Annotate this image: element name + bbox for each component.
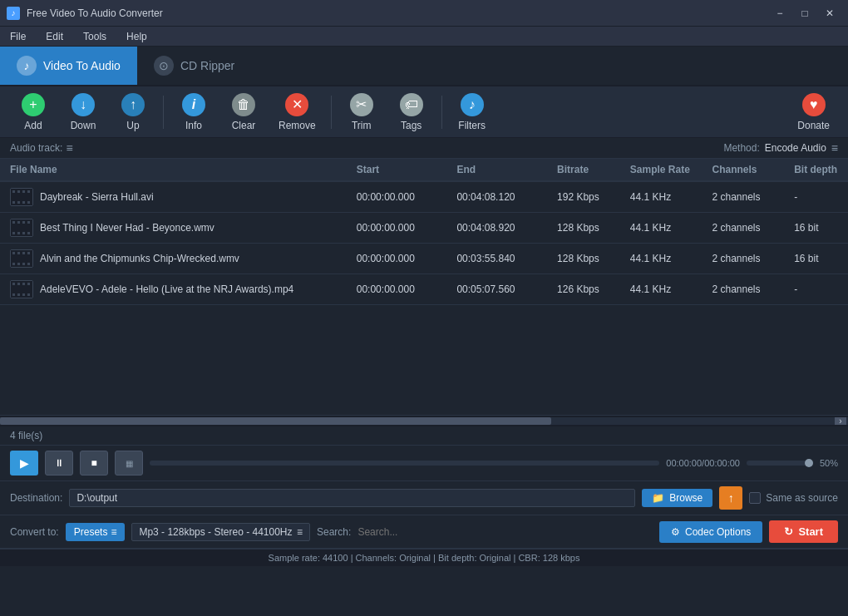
window-title: Free Video To Audio Converter	[27, 7, 163, 19]
cell-channels: 2 channels	[702, 244, 784, 274]
cd-icon: ⊙	[154, 56, 174, 76]
same-source-label: Same as source	[766, 492, 838, 504]
codec-options-button[interactable]: ⚙ Codec Options	[659, 521, 762, 543]
tags-button[interactable]: 🏷 Tags	[388, 88, 435, 136]
trim-button[interactable]: ✂ Trim	[338, 88, 385, 136]
col-header-name: File Name	[0, 159, 347, 181]
cell-end: 00:05:07.560	[446, 274, 547, 305]
scrollbar-right-arrow[interactable]: ›	[835, 417, 846, 425]
horizontal-scrollbar[interactable]: ›	[0, 415, 848, 426]
close-button[interactable]: ✕	[818, 4, 841, 22]
audio-track-menu[interactable]: ≡	[66, 141, 72, 155]
remove-button[interactable]: ✕ Remove	[270, 88, 324, 136]
method-menu[interactable]: ≡	[831, 141, 838, 155]
up-icon: ↑	[121, 93, 145, 116]
table-body: Daybreak - Sierra Hull.avi 00:00:00.0000…	[0, 182, 848, 305]
menu-bar: File Edit Tools Help	[0, 27, 848, 47]
donate-icon: ♥	[802, 93, 826, 116]
file-count: 4 file(s)	[0, 426, 848, 446]
cell-bitrate: 126 Kbps	[547, 274, 620, 305]
table-row[interactable]: Alvin and the Chipmunks Chip-Wrecked.wmv…	[0, 244, 848, 274]
scrollbar-thumb[interactable]	[0, 417, 551, 425]
file-table: File Name Start End Bitrate Sample Rate …	[0, 159, 848, 182]
play-button[interactable]: ▶	[10, 451, 38, 476]
codec-label: Codec Options	[685, 526, 751, 538]
start-button[interactable]: ↻ Start	[769, 520, 838, 543]
player-bar: ▶ ⏸ ■ ▦ 00:00:00/00:00:00 50%	[0, 446, 848, 481]
presets-value[interactable]: Mp3 - 128kbps - Stereo - 44100Hz ≡	[131, 523, 310, 541]
menu-file[interactable]: File	[7, 29, 29, 44]
clear-icon: 🗑	[232, 93, 255, 116]
clear-button[interactable]: 🗑 Clear	[220, 88, 267, 136]
cell-sample_rate: 44.1 KHz	[620, 244, 703, 274]
table-row[interactable]: Daybreak - Sierra Hull.avi 00:00:00.0000…	[0, 182, 848, 213]
cell-end: 00:04:08.920	[446, 213, 547, 244]
add-button[interactable]: + Add	[10, 88, 57, 136]
browse-label: Browse	[669, 492, 703, 504]
same-source: Same as source	[749, 492, 838, 504]
menu-help[interactable]: Help	[123, 29, 150, 44]
file-thumb	[10, 249, 33, 268]
minimize-button[interactable]: −	[768, 4, 791, 22]
add-label: Add	[24, 120, 42, 131]
col-header-bitrate: Bitrate	[547, 159, 620, 181]
cell-bitrate: 128 Kbps	[547, 244, 620, 274]
menu-tools[interactable]: Tools	[80, 29, 110, 44]
maximize-button[interactable]: □	[793, 4, 816, 22]
tab-cd-ripper[interactable]: ⊙ CD Ripper	[137, 47, 251, 85]
presets-button[interactable]: Presets ≡	[66, 523, 126, 541]
file-table-body: Daybreak - Sierra Hull.avi 00:00:00.0000…	[0, 182, 848, 305]
folder-arrow-button[interactable]: ↑	[719, 486, 742, 510]
tab-video-to-audio[interactable]: ♪ Video To Audio	[0, 47, 137, 85]
progress-track[interactable]	[150, 461, 659, 466]
table-row[interactable]: AdeleVEVO - Adele - Hello (Live at the N…	[0, 274, 848, 305]
col-header-start: Start	[347, 159, 447, 181]
info-button[interactable]: i Info	[170, 88, 217, 136]
method-value: Encode Audio	[765, 142, 826, 154]
cell-filename: Alvin and the Chipmunks Chip-Wrecked.wmv	[0, 244, 347, 274]
up-button[interactable]: ↑ Up	[110, 88, 156, 136]
table-body-wrapper: Daybreak - Sierra Hull.avi 00:00:00.0000…	[0, 182, 848, 348]
add-icon: +	[22, 93, 45, 116]
cell-bit_depth: -	[784, 274, 848, 305]
remove-icon: ✕	[285, 93, 308, 116]
convert-label: Convert to:	[10, 526, 59, 538]
volume-track[interactable]	[747, 461, 813, 466]
cell-bitrate: 192 Kbps	[547, 182, 620, 213]
down-button[interactable]: ↓ Down	[60, 88, 106, 136]
donate-button[interactable]: ♥ Donate	[789, 88, 838, 136]
title-bar-controls: − □ ✕	[768, 4, 841, 22]
convert-bar: Convert to: Presets ≡ Mp3 - 128kbps - St…	[0, 515, 848, 549]
down-label: Down	[71, 120, 96, 131]
table-row[interactable]: Best Thing I Never Had - Beyonce.wmv 00:…	[0, 213, 848, 244]
method-label: Method:	[723, 142, 759, 154]
cell-end: 00:04:08.120	[446, 182, 547, 213]
stop-button[interactable]: ■	[80, 451, 108, 476]
menu-edit[interactable]: Edit	[42, 29, 67, 44]
cell-start: 00:00:00.000	[347, 244, 447, 274]
cell-channels: 2 channels	[702, 274, 784, 305]
search-input[interactable]	[357, 526, 482, 538]
filters-icon: ♪	[461, 93, 484, 116]
search-label: Search:	[317, 526, 351, 538]
browse-button[interactable]: 📁 Browse	[642, 489, 712, 507]
table-header: File Name Start End Bitrate Sample Rate …	[0, 159, 848, 181]
cell-start: 00:00:00.000	[347, 182, 447, 213]
col-header-sample: Sample Rate	[620, 159, 703, 181]
destination-label: Destination:	[10, 492, 62, 504]
waveform-button[interactable]: ▦	[115, 451, 143, 476]
audio-track-right: Method: Encode Audio ≡	[723, 141, 838, 155]
same-source-checkbox[interactable]	[749, 492, 761, 504]
cell-bit_depth: 16 bit	[784, 244, 848, 274]
donate-label: Donate	[797, 120, 830, 131]
filters-label: Filters	[458, 120, 486, 131]
cell-bit_depth: 16 bit	[784, 213, 848, 244]
browse-icon: 📁	[652, 492, 664, 504]
col-header-bitdepth: Bit depth	[784, 159, 848, 181]
cell-sample_rate: 44.1 KHz	[620, 213, 703, 244]
filters-button[interactable]: ♪ Filters	[449, 88, 495, 136]
audio-track-left: Audio track: ≡	[10, 141, 73, 155]
pause-button[interactable]: ⏸	[45, 451, 73, 476]
destination-path[interactable]: D:\output	[69, 489, 635, 507]
tab-video-to-audio-label: Video To Audio	[43, 59, 121, 72]
